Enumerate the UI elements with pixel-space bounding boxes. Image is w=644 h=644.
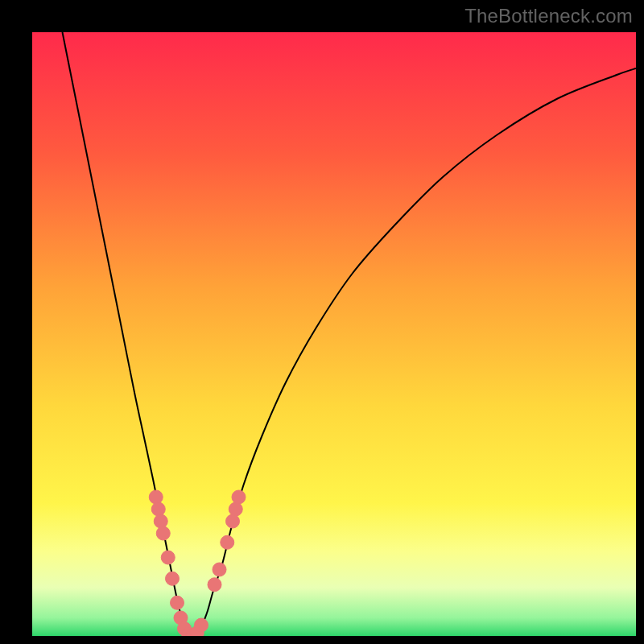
data-marker [171,596,184,609]
data-marker [156,526,170,540]
data-marker [195,618,208,632]
data-marker [232,490,246,504]
data-marker [226,514,240,528]
data-marker [229,502,242,516]
data-marker [221,535,234,549]
data-marker [151,502,165,516]
watermark-text: TheBottleneck.com [464,5,633,27]
plot-area [32,32,636,636]
plot-svg [32,32,636,636]
data-marker [149,490,163,504]
chart-frame: TheBottleneck.com [0,0,644,644]
data-marker [161,551,175,564]
data-marker [213,563,226,576]
data-marker [154,514,167,528]
data-marker [208,578,221,592]
data-marker [166,572,180,585]
